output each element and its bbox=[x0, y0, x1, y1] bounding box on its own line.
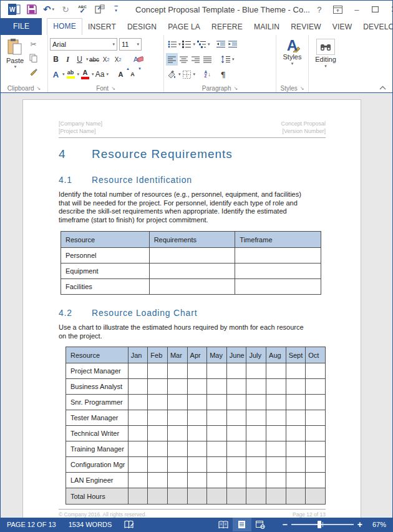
empty-cell[interactable] bbox=[306, 426, 326, 441]
empty-cell[interactable] bbox=[266, 457, 286, 473]
empty-cell[interactable] bbox=[187, 363, 207, 379]
empty-cell[interactable] bbox=[286, 473, 306, 488]
column-header[interactable]: Requirements bbox=[149, 232, 235, 248]
line-spacing-dropdown-icon[interactable]: ▾ bbox=[232, 57, 235, 62]
empty-cell[interactable] bbox=[306, 488, 326, 505]
empty-cell[interactable] bbox=[286, 457, 306, 473]
empty-cell[interactable] bbox=[167, 488, 187, 505]
shrink-font-button[interactable]: A▼ bbox=[127, 68, 138, 81]
empty-cell[interactable] bbox=[286, 426, 306, 441]
maximize-icon[interactable] bbox=[366, 2, 385, 16]
minimize-icon[interactable]: – bbox=[347, 2, 366, 16]
empty-cell[interactable] bbox=[226, 441, 246, 457]
empty-cell[interactable] bbox=[266, 395, 286, 410]
subsection-heading-41[interactable]: 4.1 Resource Identification bbox=[59, 175, 326, 185]
row-label-cell[interactable]: Equipment bbox=[61, 264, 150, 279]
document-page[interactable]: [Company Name] [Project Name] Concept Pr… bbox=[22, 99, 361, 518]
empty-cell[interactable] bbox=[235, 248, 321, 264]
tab-home[interactable]: HOME bbox=[47, 18, 82, 35]
section-heading[interactable]: 4 Resource Requirements bbox=[59, 147, 326, 161]
tab-references[interactable]: REFERE bbox=[206, 19, 248, 35]
increase-indent-icon[interactable] bbox=[227, 38, 239, 51]
styles-dropdown-icon[interactable]: ▾ bbox=[291, 61, 294, 66]
row-label-cell[interactable]: Project Manager bbox=[66, 363, 129, 379]
month-header[interactable]: Apr bbox=[187, 347, 207, 363]
month-header[interactable]: May bbox=[207, 347, 227, 363]
row-label-cell[interactable]: Personnel bbox=[61, 248, 150, 264]
empty-cell[interactable] bbox=[148, 379, 168, 395]
editing-dropdown-icon[interactable]: ▾ bbox=[324, 64, 327, 69]
version-number-placeholder[interactable]: [Version Number] bbox=[281, 127, 326, 135]
bullets-icon[interactable] bbox=[166, 38, 178, 51]
body-paragraph-42[interactable]: Use a chart to illustrate the estimated … bbox=[59, 323, 311, 340]
tab-mailings[interactable]: MAILIN bbox=[248, 19, 285, 35]
zoom-in-button[interactable]: + bbox=[354, 520, 366, 530]
empty-cell[interactable] bbox=[226, 426, 246, 441]
empty-cell[interactable] bbox=[246, 363, 266, 379]
empty-cell[interactable] bbox=[148, 363, 168, 379]
empty-cell[interactable] bbox=[167, 426, 187, 441]
collapse-ribbon-icon[interactable] bbox=[379, 86, 386, 90]
highlight-color-button[interactable]: ab bbox=[65, 68, 77, 81]
empty-cell[interactable] bbox=[207, 395, 227, 410]
tab-design[interactable]: DESIGN bbox=[122, 19, 162, 35]
empty-cell[interactable] bbox=[266, 426, 286, 441]
change-case-button[interactable]: Aa bbox=[94, 68, 106, 81]
empty-cell[interactable] bbox=[207, 441, 227, 457]
empty-cell[interactable] bbox=[148, 441, 168, 457]
empty-cell[interactable] bbox=[187, 457, 207, 473]
empty-cell[interactable] bbox=[187, 379, 207, 395]
align-left-button[interactable] bbox=[166, 53, 178, 66]
empty-cell[interactable] bbox=[266, 410, 286, 426]
empty-cell[interactable] bbox=[226, 457, 246, 473]
empty-cell[interactable] bbox=[306, 410, 326, 426]
empty-cell[interactable] bbox=[286, 410, 306, 426]
month-header[interactable]: Mar bbox=[167, 347, 187, 363]
header-doc-type[interactable]: Concept Proposal bbox=[281, 120, 326, 127]
empty-cell[interactable] bbox=[167, 410, 187, 426]
month-header[interactable]: July bbox=[246, 347, 266, 363]
paragraph-dialog-launcher-icon[interactable]: ↘ bbox=[234, 86, 238, 91]
close-icon[interactable]: ✕ bbox=[385, 2, 393, 16]
column-header[interactable]: Resource bbox=[66, 347, 129, 363]
clear-formatting-icon[interactable]: A bbox=[133, 53, 145, 66]
empty-cell[interactable] bbox=[149, 264, 235, 279]
empty-cell[interactable] bbox=[226, 488, 246, 505]
empty-cell[interactable] bbox=[128, 410, 148, 426]
empty-cell[interactable] bbox=[286, 379, 306, 395]
empty-cell[interactable] bbox=[128, 395, 148, 410]
row-label-cell[interactable]: Business Analyst bbox=[66, 379, 129, 395]
empty-cell[interactable] bbox=[306, 457, 326, 473]
empty-cell[interactable] bbox=[128, 488, 148, 505]
copy-icon[interactable] bbox=[27, 52, 39, 64]
customize-qat-icon[interactable]: ▔▾ bbox=[110, 3, 122, 16]
zoom-slider-thumb[interactable] bbox=[318, 521, 321, 528]
sort-icon[interactable]: AZ ↓ bbox=[201, 68, 213, 81]
empty-cell[interactable] bbox=[235, 264, 321, 279]
empty-cell[interactable] bbox=[207, 379, 227, 395]
italic-button[interactable]: I bbox=[62, 53, 74, 66]
empty-cell[interactable] bbox=[306, 395, 326, 410]
empty-cell[interactable] bbox=[148, 473, 168, 488]
show-formatting-marks-icon[interactable]: ¶ bbox=[217, 68, 229, 81]
justify-button[interactable] bbox=[201, 53, 213, 66]
empty-cell[interactable] bbox=[128, 426, 148, 441]
empty-cell[interactable] bbox=[246, 379, 266, 395]
page-header[interactable]: [Company Name] [Project Name] Concept Pr… bbox=[59, 120, 326, 138]
numbering-icon[interactable] bbox=[181, 38, 193, 51]
empty-cell[interactable] bbox=[207, 457, 227, 473]
tab-review[interactable]: REVIEW bbox=[285, 19, 327, 35]
row-label-cell[interactable]: Technical Writer bbox=[66, 426, 129, 441]
empty-cell[interactable] bbox=[187, 426, 207, 441]
empty-cell[interactable] bbox=[226, 379, 246, 395]
empty-cell[interactable] bbox=[207, 426, 227, 441]
tab-page-layout[interactable]: PAGE LA bbox=[162, 19, 206, 35]
empty-cell[interactable] bbox=[207, 473, 227, 488]
spelling-grammar-icon[interactable]: ABC ✓ bbox=[77, 3, 88, 16]
strikethrough-button[interactable]: abc bbox=[89, 53, 100, 66]
empty-cell[interactable] bbox=[266, 473, 286, 488]
save-icon[interactable] bbox=[26, 3, 37, 16]
empty-cell[interactable] bbox=[187, 488, 207, 505]
empty-cell[interactable] bbox=[149, 248, 235, 264]
empty-cell[interactable] bbox=[167, 473, 187, 488]
